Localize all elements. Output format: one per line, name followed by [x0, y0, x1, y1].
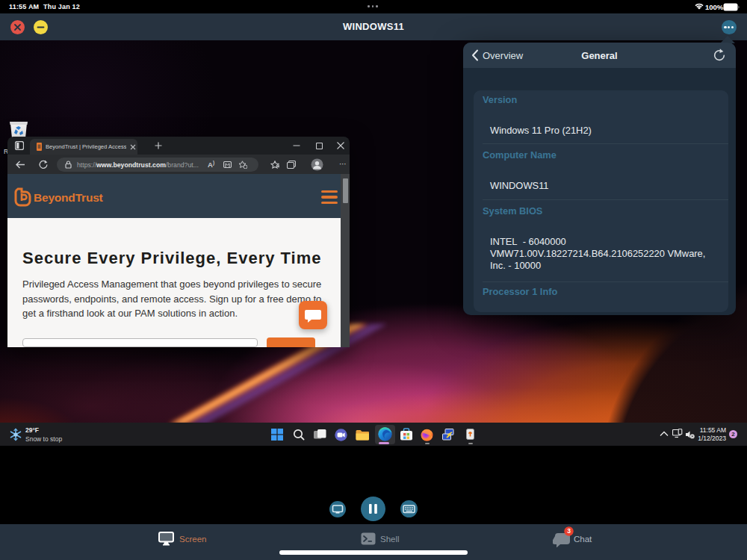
svg-text:3: 3 [567, 527, 571, 535]
